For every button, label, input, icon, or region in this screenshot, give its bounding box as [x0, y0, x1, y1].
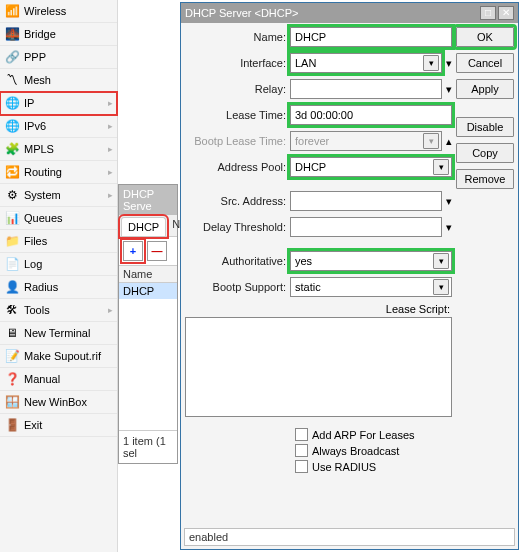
always-broadcast-checkbox[interactable]: [295, 444, 308, 457]
ppp-icon: 🔗: [4, 49, 20, 65]
label-relay: Relay:: [185, 83, 290, 95]
chevron-icon: ▸: [108, 190, 113, 200]
queues-icon: 📊: [4, 210, 20, 226]
sidebar-item-wireless[interactable]: 📶Wireless: [0, 0, 117, 23]
remove-button[interactable]: —: [147, 241, 167, 261]
maximize-icon[interactable]: □: [480, 6, 496, 20]
log-icon: 📄: [4, 256, 20, 272]
close-icon[interactable]: ✕: [498, 6, 514, 20]
sidebar-item-ppp[interactable]: 🔗PPP: [0, 46, 117, 69]
sidebar-item-radius[interactable]: 👤Radius: [0, 276, 117, 299]
sidebar-item-tools[interactable]: 🛠Tools▸: [0, 299, 117, 322]
tab-dhcp[interactable]: DHCP: [121, 217, 166, 236]
interface-select[interactable]: LAN▾: [290, 53, 442, 73]
sidebar-item-routing[interactable]: 🔁Routing▸: [0, 161, 117, 184]
sidebar-item-label: Exit: [24, 419, 42, 431]
chevron-icon: ▸: [108, 167, 113, 177]
sidebar-item-label: Radius: [24, 281, 58, 293]
sidebar-item-new-winbox[interactable]: 🪟New WinBox: [0, 391, 117, 414]
dropdown-icon: ▾: [423, 133, 439, 149]
gear-icon: ⚙: [4, 187, 20, 203]
chevron-icon: ▸: [108, 144, 113, 154]
ok-button[interactable]: OK: [456, 27, 514, 47]
sidebar-item-label: Make Supout.rif: [24, 350, 101, 362]
bootp-support-select[interactable]: static▾: [290, 277, 452, 297]
sidebar-item-exit[interactable]: 🚪Exit: [0, 414, 117, 437]
lease-time-input[interactable]: [290, 105, 452, 125]
dialog-status: enabled: [184, 528, 515, 546]
label-delay-threshold: Delay Threshold:: [185, 221, 290, 233]
address-pool-select[interactable]: DHCP▾: [290, 157, 452, 177]
remove-button[interactable]: Remove: [456, 169, 514, 189]
chevron-icon: ▸: [108, 121, 113, 131]
sidebar-item-manual[interactable]: ❓Manual: [0, 368, 117, 391]
name-input[interactable]: [290, 27, 452, 47]
sidebar-item-make-supout[interactable]: 📝Make Supout.rif: [0, 345, 117, 368]
list-item[interactable]: DHCP: [119, 283, 177, 299]
sidebar-item-files[interactable]: 📁Files: [0, 230, 117, 253]
sidebar-item-new-terminal[interactable]: 🖥New Terminal: [0, 322, 117, 345]
sidebar-item-mpls[interactable]: 🧩MPLS▸: [0, 138, 117, 161]
src-address-input[interactable]: [290, 191, 442, 211]
ipv6-icon: 🌐: [4, 118, 20, 134]
copy-button[interactable]: Copy: [456, 143, 514, 163]
sidebar-item-bridge[interactable]: 🌉Bridge: [0, 23, 117, 46]
add-button[interactable]: +: [123, 241, 143, 261]
sidebar-item-ip[interactable]: 🌐IP▸: [0, 92, 117, 115]
label-lease-time: Lease Time:: [185, 109, 290, 121]
sidebar-item-label: MPLS: [24, 143, 54, 155]
sidebar-item-label: Mesh: [24, 74, 51, 86]
expand-icon[interactable]: ▾: [446, 221, 452, 234]
sidebar-item-ipv6[interactable]: 🌐IPv6▸: [0, 115, 117, 138]
label-lease-script: Lease Script:: [185, 303, 450, 315]
label-address-pool: Address Pool:: [185, 161, 290, 173]
sidebar-item-label: PPP: [24, 51, 46, 63]
cancel-button[interactable]: Cancel: [456, 53, 514, 73]
label-src-address: Src. Address:: [185, 195, 290, 207]
routing-icon: 🔁: [4, 164, 20, 180]
list-window-title[interactable]: DHCP Serve: [119, 185, 177, 215]
bootp-lease-time-select: forever▾: [290, 131, 442, 151]
dropdown-icon[interactable]: ▾: [433, 253, 449, 269]
delay-threshold-input[interactable]: [290, 217, 442, 237]
sidebar-item-mesh[interactable]: 〽Mesh: [0, 69, 117, 92]
dropdown-icon[interactable]: ▾: [433, 159, 449, 175]
sidebar-item-system[interactable]: ⚙System▸: [0, 184, 117, 207]
expand-icon[interactable]: ▾: [446, 57, 452, 70]
expand-icon[interactable]: ▾: [446, 83, 452, 96]
relay-input[interactable]: [290, 79, 442, 99]
chevron-icon: ▸: [108, 305, 113, 315]
list-status-text: 1 item (1 sel: [119, 430, 177, 463]
disable-button[interactable]: Disable: [456, 117, 514, 137]
dhcp-server-dialog: DHCP Server <DHCP> □ ✕ Name: Interface: …: [180, 2, 519, 550]
use-radius-checkbox[interactable]: [295, 460, 308, 473]
sidebar-item-label: Wireless: [24, 5, 66, 17]
dialog-titlebar[interactable]: DHCP Server <DHCP> □ ✕: [181, 3, 518, 23]
dropdown-icon[interactable]: ▾: [433, 279, 449, 295]
sidebar-item-label: New Terminal: [24, 327, 90, 339]
dhcp-server-list-window: DHCP Serve DHCP Ne + — Name DHCP 1 item …: [118, 184, 178, 464]
label-bootp-lease-time: Bootp Lease Time:: [185, 135, 290, 147]
sidebar-item-queues[interactable]: 📊Queues: [0, 207, 117, 230]
dropdown-icon[interactable]: ▾: [423, 55, 439, 71]
sidebar-item-log[interactable]: 📄Log: [0, 253, 117, 276]
sidebar-item-label: Files: [24, 235, 47, 247]
sidebar-item-label: Log: [24, 258, 42, 270]
supout-icon: 📝: [4, 348, 20, 364]
label-name: Name:: [185, 31, 290, 43]
sidebar-item-label: Tools: [24, 304, 50, 316]
list-column-name[interactable]: Name: [119, 265, 177, 283]
wifi-icon: 📶: [4, 3, 20, 19]
lease-script-textarea[interactable]: [185, 317, 452, 417]
sidebar-item-label: New WinBox: [24, 396, 87, 408]
add-arp-checkbox[interactable]: [295, 428, 308, 441]
sidebar-item-label: Manual: [24, 373, 60, 385]
sidebar: 📶Wireless 🌉Bridge 🔗PPP 〽Mesh 🌐IP▸ 🌐IPv6▸…: [0, 0, 118, 552]
authoritative-select[interactable]: yes▾: [290, 251, 452, 271]
expand-icon[interactable]: ▾: [446, 195, 452, 208]
apply-button[interactable]: Apply: [456, 79, 514, 99]
label-interface: Interface:: [185, 57, 290, 69]
sidebar-item-label: Routing: [24, 166, 62, 178]
expand-icon[interactable]: ▴: [446, 135, 452, 148]
bridge-icon: 🌉: [4, 26, 20, 42]
